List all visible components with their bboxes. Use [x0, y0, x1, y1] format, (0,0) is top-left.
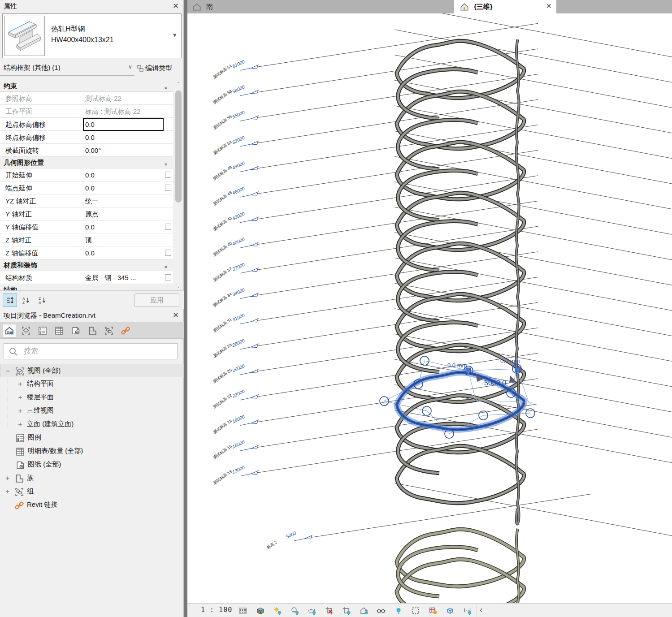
section-collapse-icon[interactable]: «: [160, 266, 171, 268]
tree-item-Revit[interactable]: Revit 链接: [0, 498, 184, 512]
drag-arrow[interactable]: [509, 375, 516, 383]
type-family: 热轧H型钢: [51, 24, 114, 35]
property-value[interactable]: 顶: [83, 233, 164, 246]
reveal-hidden-icon[interactable]: [393, 605, 404, 616]
category-dropdown-icon[interactable]: ∨: [128, 64, 132, 70]
search-box[interactable]: 搜索: [4, 343, 178, 359]
tab-south[interactable]: 南: [187, 0, 213, 13]
associate-parameter-checkbox[interactable]: [165, 224, 171, 230]
tree-expand-icon[interactable]: −: [5, 367, 11, 375]
crop-region-icon[interactable]: [341, 605, 352, 616]
properties-scrollbar[interactable]: ⌃ ⌄: [174, 80, 183, 290]
scroll-thumb[interactable]: [175, 91, 182, 203]
crop-off-icon[interactable]: [324, 605, 335, 616]
scroll-down-icon[interactable]: ⌄: [174, 282, 183, 290]
property-value[interactable]: 0.0: [83, 246, 164, 259]
tree-item-row6[interactable]: 明细表/数量 (全部): [0, 444, 184, 458]
temporary-view-icon[interactable]: [428, 605, 438, 616]
tab-3d-label: {三维}: [474, 3, 493, 11]
section-collapse-icon[interactable]: «: [160, 86, 171, 89]
link-icon[interactable]: [119, 324, 132, 337]
level-tag[interactable]: 5000标高 2: [266, 483, 672, 550]
tree-item-row0[interactable]: −视图 (全部): [0, 364, 184, 377]
section-header[interactable]: 几何图形位置«: [0, 157, 173, 168]
tree-expand-icon[interactable]: +: [17, 380, 23, 388]
shadows-icon[interactable]: [290, 605, 300, 616]
box-select-icon[interactable]: [19, 324, 33, 337]
viewport-3d[interactable]: 61000测试标高 6158000测试标高 5855000测试标高 555200…: [187, 13, 672, 603]
sheet-icon[interactable]: [69, 324, 82, 337]
associate-parameter-checkbox[interactable]: [165, 172, 171, 178]
property-value[interactable]: 原点: [83, 207, 164, 220]
tree-item-row2[interactable]: +楼层平面: [0, 391, 184, 404]
tree-item-row4[interactable]: +立面 (建筑立面): [0, 418, 184, 431]
family-icon[interactable]: [86, 324, 99, 337]
visual-style-icon[interactable]: [255, 605, 266, 616]
level-name: 测试标高 37: [212, 266, 233, 283]
tree-item-row7[interactable]: 图纸 (全部): [0, 458, 184, 471]
tree-expand-icon[interactable]: +: [17, 393, 23, 401]
section-header[interactable]: 约束«: [0, 80, 173, 92]
browser-close-icon[interactable]: ✕: [171, 309, 181, 322]
beam-group-bottom[interactable]: [397, 529, 524, 603]
view-tab-bar: 南 {三维} ✕: [187, 0, 672, 13]
property-value[interactable]: 0.0: [83, 131, 164, 144]
apply-button[interactable]: 应用: [134, 293, 179, 307]
sort-za-icon[interactable]: ZA: [35, 293, 49, 307]
beam-tower[interactable]: [397, 39, 524, 524]
viewport-canvas[interactable]: 61000测试标高 6158000测试标高 5855000测试标高 555200…: [187, 13, 672, 603]
sort-az-icon[interactable]: AZ: [19, 293, 33, 307]
tree-item-row8[interactable]: +族: [0, 471, 184, 485]
tree-expand-icon[interactable]: +: [17, 407, 23, 414]
collapse-chevron-icon[interactable]: ‹: [480, 604, 483, 615]
category-label[interactable]: 结构框架 (其他) (1): [4, 64, 61, 72]
tab-3d[interactable]: {三维} ✕: [454, 0, 556, 13]
views-home-icon[interactable]: [3, 324, 16, 337]
panel-divider[interactable]: [184, 0, 187, 617]
property-label: 结构材质: [5, 271, 81, 284]
constraints-icon[interactable]: [462, 605, 473, 616]
associate-parameter-checkbox[interactable]: [165, 274, 171, 280]
schedule-icon[interactable]: [52, 324, 66, 337]
property-value[interactable]: 0.0: [83, 181, 164, 194]
tree-expand-icon[interactable]: +: [4, 474, 11, 482]
tree-item-row3[interactable]: +三维视图: [0, 404, 184, 418]
level-elevation: 52000: [231, 135, 246, 145]
scroll-up-icon[interactable]: ⌃: [174, 80, 183, 88]
property-value[interactable]: 0.0: [83, 220, 164, 233]
associate-parameter-checkbox[interactable]: [165, 185, 171, 191]
temporary-hide-icon[interactable]: [376, 605, 386, 616]
section-header[interactable]: 结构«: [0, 284, 173, 290]
scale-label[interactable]: 1 : 100: [201, 606, 232, 614]
sort-menu-icon[interactable]: [3, 293, 17, 307]
selection-box-icon[interactable]: [410, 605, 421, 616]
legend-icon: [15, 433, 25, 444]
level-elevation: 46000: [231, 186, 246, 196]
tree-expand-icon[interactable]: +: [4, 488, 11, 495]
associate-parameter-checkbox[interactable]: [165, 250, 171, 256]
tree-item-label: 楼层平面: [27, 393, 54, 401]
section-collapse-icon[interactable]: «: [160, 163, 171, 166]
tree-expand-icon[interactable]: +: [17, 420, 23, 428]
tree-item-row1[interactable]: +结构平面: [0, 377, 184, 391]
property-value[interactable]: 0.00°: [83, 144, 164, 157]
render-icon[interactable]: [307, 605, 317, 616]
property-value[interactable]: 统一: [83, 194, 164, 207]
group-icon[interactable]: [102, 324, 116, 337]
legend-icon[interactable]: [36, 324, 49, 337]
tab-close-icon[interactable]: ✕: [546, 2, 552, 10]
sun-path-icon[interactable]: [272, 605, 283, 616]
detail-level-icon[interactable]: [238, 605, 248, 616]
properties-close-icon[interactable]: ✕: [171, 0, 181, 13]
property-value[interactable]: 0.0: [83, 118, 164, 131]
locked-3d-icon[interactable]: [359, 605, 369, 616]
tree-item-row9[interactable]: +组: [0, 485, 184, 498]
section-header[interactable]: 材质和装饰«: [0, 259, 173, 271]
type-dropdown-icon[interactable]: ▼: [172, 32, 178, 39]
type-selector[interactable]: 热轧H型钢 HW400x400x13x21 ▼: [2, 13, 182, 58]
property-value[interactable]: 金属 - 钢 - 345 ...: [83, 271, 164, 284]
tree-item-row5[interactable]: 图例: [0, 431, 184, 444]
edit-type-button[interactable]: 编辑类型: [137, 63, 172, 73]
displaced-elements-icon[interactable]: [445, 605, 455, 616]
property-value[interactable]: 0.0: [83, 168, 164, 181]
